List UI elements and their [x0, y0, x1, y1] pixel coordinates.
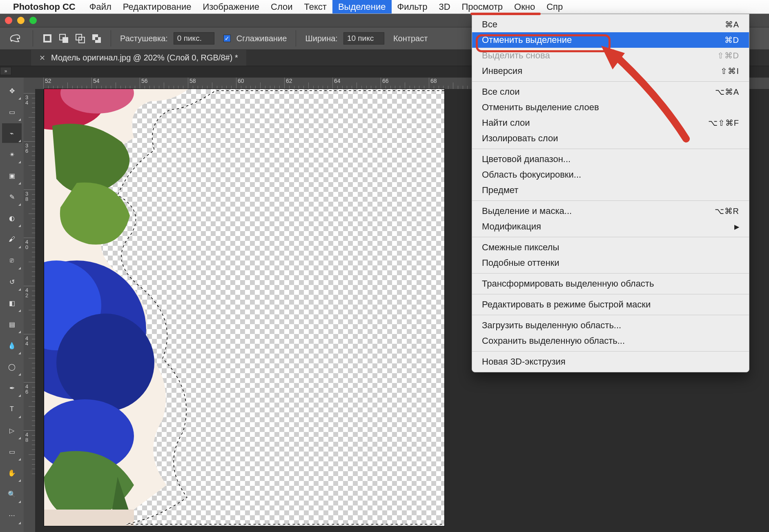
menu-item[interactable]: Выделение и маска...⌥⌘R [472, 203, 749, 219]
app-name: Photoshop CC [13, 2, 76, 12]
tool-zoom[interactable]: 🔍 [2, 484, 22, 504]
expand-panels-icon[interactable]: » [0, 67, 11, 75]
tool-history-brush[interactable]: ↺ [2, 272, 22, 292]
tool-eyedropper[interactable]: ✎ [2, 187, 22, 207]
menu-изображение[interactable]: Изображение [197, 0, 265, 13]
traffic-min-icon[interactable] [17, 17, 25, 24]
document-tab-title: Модель оригинал.jpg @ 202% (Слой 0, RGB/… [51, 53, 238, 62]
tool-crop[interactable]: ▣ [2, 166, 22, 185]
svg-point-14 [56, 314, 154, 412]
tool-stamp[interactable]: ⎚ [2, 251, 22, 270]
ruler-corner [24, 78, 35, 89]
svg-rect-4 [62, 37, 68, 43]
svg-rect-2 [45, 36, 50, 41]
menu-окно[interactable]: Окно [508, 0, 541, 13]
tool-magic-wand[interactable]: ✴ [2, 145, 22, 164]
tool-magnetic-lasso[interactable]: ⌁ [2, 123, 22, 143]
tool-hand[interactable]: ✋ [2, 463, 22, 483]
document-tab[interactable]: ✕ Модель оригинал.jpg @ 202% (Слой 0, RG… [31, 50, 246, 66]
menu-спр[interactable]: Спр [541, 0, 568, 13]
toolbox: ✥▭⌁✴▣✎◐🖌⎚↺◧▤💧◯✒T▷▭✋🔍⋯ [0, 78, 24, 532]
menu-item[interactable]: Все⌘A [472, 17, 749, 32]
tool-gradient[interactable]: ▤ [2, 314, 22, 334]
tool-pen[interactable]: ✒ [2, 378, 22, 398]
traffic-close-icon[interactable] [5, 17, 12, 24]
selection-menu: Все⌘AОтменить выделение⌘DВыделить снова⇧… [472, 14, 749, 372]
tool-blur[interactable]: 💧 [2, 336, 22, 355]
menu-item: Выделить снова⇧⌘D [472, 48, 749, 63]
menu-item[interactable]: Загрузить выделенную область... [472, 318, 749, 333]
contrast-label: Контраст [393, 34, 428, 43]
menu-редактирование[interactable]: Редактирование [117, 0, 197, 13]
menu-3d[interactable]: 3D [433, 0, 456, 13]
menu-item[interactable]: Редактировать в режиме быстрой маски [472, 297, 749, 312]
width-input[interactable] [343, 32, 384, 45]
menu-выделение[interactable]: Выделение [332, 0, 392, 13]
menu-item[interactable]: Отменить выделение⌘D [472, 32, 749, 48]
tool-dodge[interactable]: ◯ [2, 357, 22, 376]
feather-input[interactable] [174, 32, 214, 45]
ruler-vertical[interactable]: 3436384042444648 [24, 89, 35, 532]
feather-label: Растушевка: [120, 34, 168, 43]
current-tool-icon[interactable] [7, 30, 24, 47]
menu-item[interactable]: Область фокусировки... [472, 167, 749, 183]
width-label: Ширина: [305, 34, 338, 43]
tool-marquee[interactable]: ▭ [2, 102, 22, 122]
menu-item[interactable]: Трансформировать выделенную область [472, 276, 749, 292]
fill-mode-icons[interactable] [42, 33, 102, 44]
tool-rectangle[interactable]: ▭ [2, 442, 22, 461]
antialias-label: Сглаживание [236, 34, 287, 43]
menu-фильтр[interactable]: Фильтр [392, 0, 433, 13]
tool-more[interactable]: ⋯ [2, 505, 22, 525]
menu-просмотр[interactable]: Просмотр [456, 0, 508, 13]
menu-item[interactable]: Модификация▶ [472, 219, 749, 234]
svg-point-0 [11, 40, 12, 42]
menu-item[interactable]: Новая 3D-экструзия [472, 354, 749, 370]
tab-close-icon[interactable]: ✕ [39, 53, 45, 62]
tool-move[interactable]: ✥ [2, 81, 22, 100]
menu-item[interactable]: Подобные оттенки [472, 255, 749, 271]
menu-item[interactable]: Инверсия⇧⌘I [472, 63, 749, 79]
mac-menubar: Photoshop CC ФайлРедактированиеИзображен… [0, 0, 769, 14]
tool-eraser[interactable]: ◧ [2, 293, 22, 313]
menu-item[interactable]: Цветовой диапазон... [472, 151, 749, 167]
tool-spot-heal[interactable]: ◐ [2, 208, 22, 228]
canvas[interactable] [44, 89, 444, 526]
menu-item[interactable]: Смежные пикселы [472, 240, 749, 255]
menu-item[interactable]: Найти слои⌥⇧⌘F [472, 115, 749, 131]
menu-item[interactable]: Предмет [472, 183, 749, 198]
menu-item[interactable]: Изолировать слои [472, 131, 749, 146]
menu-текст[interactable]: Текст [299, 0, 332, 13]
image-content [44, 89, 444, 526]
menu-item[interactable]: Отменить выделение слоев [472, 100, 749, 115]
menu-слои[interactable]: Слои [265, 0, 299, 13]
svg-rect-9 [95, 37, 98, 40]
tool-type[interactable]: T [2, 399, 22, 419]
tool-path-select[interactable]: ▷ [2, 421, 22, 440]
svg-rect-16 [44, 510, 134, 526]
antialias-checkbox[interactable]: ✓ [223, 35, 231, 42]
traffic-max-icon[interactable] [29, 17, 37, 24]
menu-item[interactable]: Все слои⌥⌘A [472, 84, 749, 100]
tool-brush[interactable]: 🖌 [2, 229, 22, 249]
menu-файл[interactable]: Файл [84, 0, 117, 13]
menu-item[interactable]: Сохранить выделенную область... [472, 333, 749, 349]
